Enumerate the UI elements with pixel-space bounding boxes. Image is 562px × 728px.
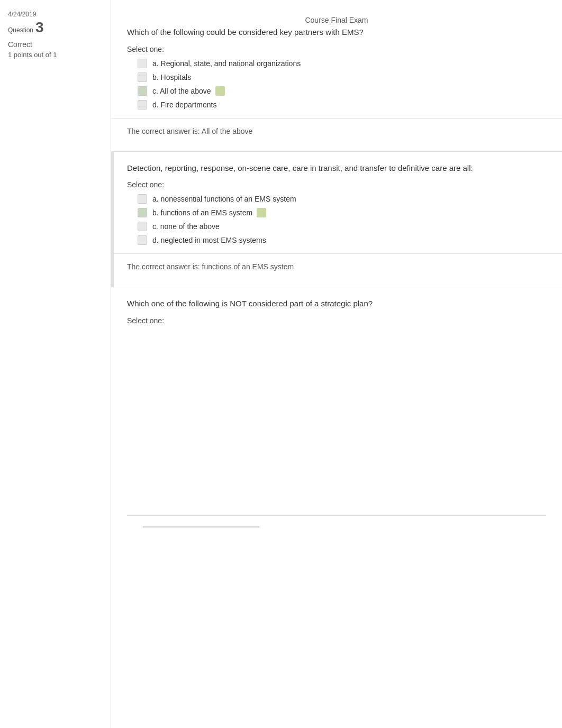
radio-2c[interactable] <box>138 222 147 231</box>
radio-2d[interactable] <box>138 235 147 245</box>
radio-2a[interactable] <box>138 194 147 204</box>
question-number: 3 <box>35 19 44 36</box>
question-1-options: a. Regional, state, and national organiz… <box>138 59 546 110</box>
points-label: 1 points out of 1 <box>8 51 105 59</box>
exam-title: Course Final Exam <box>127 11 546 24</box>
question-label: Question <box>8 26 33 34</box>
question-row: Question 3 <box>8 19 105 36</box>
list-item[interactable]: b. Hospitals <box>138 72 546 82</box>
inner-separator-2 <box>111 253 562 254</box>
question-2-block: Detection, reporting, response, on-scene… <box>111 152 562 288</box>
option-b-text: b. Hospitals <box>152 73 191 81</box>
question-2-text: Detection, reporting, response, on-scene… <box>127 162 546 175</box>
question-1-correct-answer: The correct answer is: All of the above <box>127 127 546 135</box>
bottom-bar-line <box>143 526 259 527</box>
list-item[interactable]: a. nonessential functions of an EMS syst… <box>138 194 546 204</box>
option-2a-text: a. nonessential functions of an EMS syst… <box>152 195 296 203</box>
list-item[interactable]: a. Regional, state, and national organiz… <box>138 59 546 68</box>
question-2-correct-answer: The correct answer is: functions of an E… <box>127 262 546 271</box>
bottom-bar <box>127 515 546 533</box>
option-2d-text: d. neglected in most EMS systems <box>152 236 266 244</box>
list-item[interactable]: d. neglected in most EMS systems <box>138 235 546 245</box>
option-2b-text: b. functions of an EMS system <box>152 208 252 217</box>
correct-badge-c <box>215 86 225 96</box>
date-label: 4/24/2019 <box>8 11 105 18</box>
inner-separator <box>111 118 562 119</box>
question-1-select-label: Select one: <box>127 45 546 53</box>
question-3-options-area <box>127 330 546 510</box>
page-container: 4/24/2019 Question 3 Correct 1 points ou… <box>0 0 562 728</box>
question-3-select-label: Select one: <box>127 316 546 325</box>
radio-2b[interactable] <box>138 208 147 217</box>
question-1-block: Course Final Exam Which of the following… <box>111 0 562 152</box>
radio-c[interactable] <box>138 86 147 96</box>
main-content: Course Final Exam Which of the following… <box>111 0 562 728</box>
radio-a[interactable] <box>138 59 147 68</box>
list-item[interactable]: c. All of the above <box>138 86 546 96</box>
option-a-text: a. Regional, state, and national organiz… <box>152 59 301 68</box>
correct-badge-2b <box>257 208 266 217</box>
list-item[interactable]: c. none of the above <box>138 222 546 231</box>
question-3-block: Which one of the following is NOT consid… <box>111 287 562 543</box>
question-1-text: Which of the following could be consider… <box>127 26 546 39</box>
list-item[interactable]: b. functions of an EMS system <box>138 208 546 217</box>
list-item[interactable]: d. Fire departments <box>138 100 546 110</box>
sidebar: 4/24/2019 Question 3 Correct 1 points ou… <box>0 0 111 728</box>
radio-d[interactable] <box>138 100 147 110</box>
question-2-select-label: Select one: <box>127 180 546 189</box>
question-3-text: Which one of the following is NOT consid… <box>127 298 546 310</box>
option-d-text: d. Fire departments <box>152 101 216 109</box>
option-2c-text: c. none of the above <box>152 222 220 231</box>
correct-label: Correct <box>8 40 105 49</box>
radio-b[interactable] <box>138 72 147 82</box>
question-2-options: a. nonessential functions of an EMS syst… <box>138 194 546 245</box>
option-c-text: c. All of the above <box>152 87 211 95</box>
